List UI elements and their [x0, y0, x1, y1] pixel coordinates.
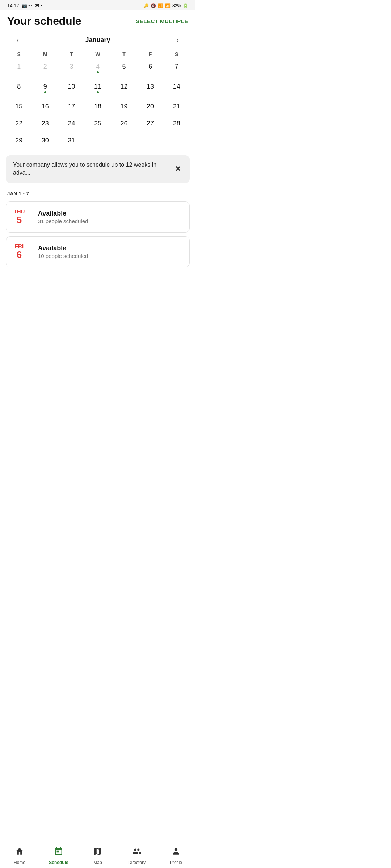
- calendar-day[interactable]: 8: [6, 79, 32, 98]
- battery-label: 82%: [172, 3, 181, 8]
- signal-icon: 📶: [165, 3, 171, 8]
- schedule-item[interactable]: THU 5 Available 31 people scheduled: [6, 201, 190, 233]
- close-banner-button[interactable]: ✕: [173, 165, 182, 173]
- calendar-day[interactable]: 24: [58, 116, 85, 132]
- calendar-day[interactable]: 13: [137, 79, 164, 98]
- page-title: Your schedule: [7, 15, 81, 27]
- calendar-day[interactable]: 28: [163, 116, 190, 132]
- schedule-item[interactable]: FRI 6 Available 10 people scheduled: [6, 236, 190, 267]
- calendar-day[interactable]: 3: [58, 59, 85, 78]
- day-headers: S M T W T F S: [6, 49, 190, 59]
- day-header-thu: T: [111, 51, 137, 57]
- battery-icon: 🔋: [183, 3, 188, 8]
- day-name: FRI: [12, 243, 26, 249]
- calendar-grid: 1234567891011121314151617181920212223242…: [6, 59, 190, 149]
- status-left: 14:12 📷 〰 ✉ •: [7, 3, 42, 8]
- time-display: 14:12: [7, 3, 19, 8]
- calendar-day[interactable]: 11: [85, 79, 111, 98]
- calendar-day[interactable]: 16: [32, 99, 59, 115]
- calendar-day[interactable]: 1: [6, 59, 32, 78]
- calendar-day[interactable]: 26: [111, 116, 137, 132]
- info-text: Your company allows you to schedule up t…: [13, 161, 173, 177]
- day-label: FRI 6: [6, 237, 32, 267]
- day-header-wed: W: [85, 51, 111, 57]
- day-name: THU: [12, 208, 26, 214]
- wifi-icon: 📶: [158, 3, 163, 8]
- calendar-day[interactable]: 29: [6, 133, 32, 149]
- day-header-tue: T: [58, 51, 85, 57]
- calendar-day[interactable]: 18: [85, 99, 111, 115]
- people-scheduled: 31 people scheduled: [38, 218, 184, 224]
- calendar-day[interactable]: 17: [58, 99, 85, 115]
- calendar-day: [85, 133, 111, 149]
- select-multiple-button[interactable]: SELECT MULTIPLE: [136, 18, 188, 24]
- next-month-button[interactable]: ›: [173, 34, 182, 46]
- calendar-day[interactable]: 19: [111, 99, 137, 115]
- day-number: 6: [12, 249, 26, 260]
- calendar-day[interactable]: 6: [137, 59, 164, 78]
- calendar-day[interactable]: 9: [32, 79, 59, 98]
- calendar: ‹ January › S M T W T F S 12345678910111…: [0, 31, 196, 149]
- week-range-label: JAN 1 - 7: [0, 188, 196, 198]
- info-banner: Your company allows you to schedule up t…: [6, 155, 190, 183]
- calendar-day[interactable]: 25: [85, 116, 111, 132]
- calendar-day[interactable]: 30: [32, 133, 59, 149]
- calendar-day[interactable]: 20: [137, 99, 164, 115]
- schedule-info: Available 10 people scheduled: [32, 239, 189, 265]
- calendar-day[interactable]: 5: [111, 59, 137, 78]
- calendar-day[interactable]: 12: [111, 79, 137, 98]
- calendar-day[interactable]: 4: [85, 59, 111, 78]
- calendar-day[interactable]: 7: [163, 59, 190, 78]
- day-header-sun: S: [6, 51, 32, 57]
- calendar-day[interactable]: 2: [32, 59, 59, 78]
- calendar-day: [111, 133, 137, 149]
- calendar-day[interactable]: 14: [163, 79, 190, 98]
- calendar-day[interactable]: 22: [6, 116, 32, 132]
- day-number: 5: [12, 214, 26, 226]
- status-bar: 14:12 📷 〰 ✉ • 🔑 🔇 📶 📶 82% 🔋: [0, 0, 196, 10]
- prev-month-button[interactable]: ‹: [13, 34, 23, 46]
- people-scheduled: 10 people scheduled: [38, 253, 184, 259]
- day-header-sat: S: [163, 51, 190, 57]
- calendar-day[interactable]: 21: [163, 99, 190, 115]
- availability-status: Available: [38, 210, 184, 217]
- status-right: 🔑 🔇 📶 📶 82% 🔋: [143, 3, 188, 8]
- month-label: January: [85, 36, 110, 44]
- calendar-day: [137, 133, 164, 149]
- calendar-day: [163, 133, 190, 149]
- day-label: THU 5: [6, 202, 32, 232]
- day-header-fri: F: [137, 51, 164, 57]
- key-icon: 🔑: [143, 3, 149, 8]
- calendar-day[interactable]: 31: [58, 133, 85, 149]
- status-icons: 📷 〰 ✉ •: [21, 3, 42, 8]
- calendar-day[interactable]: 27: [137, 116, 164, 132]
- schedule-info: Available 31 people scheduled: [32, 204, 189, 230]
- calendar-day[interactable]: 15: [6, 99, 32, 115]
- calendar-day[interactable]: 10: [58, 79, 85, 98]
- calendar-day[interactable]: 23: [32, 116, 59, 132]
- mute-icon: 🔇: [151, 3, 156, 8]
- month-nav: ‹ January ›: [6, 31, 190, 49]
- availability-status: Available: [38, 244, 184, 252]
- schedule-list: THU 5 Available 31 people scheduled FRI …: [0, 201, 196, 267]
- day-header-mon: M: [32, 51, 59, 57]
- page-header: Your schedule SELECT MULTIPLE: [0, 10, 196, 31]
